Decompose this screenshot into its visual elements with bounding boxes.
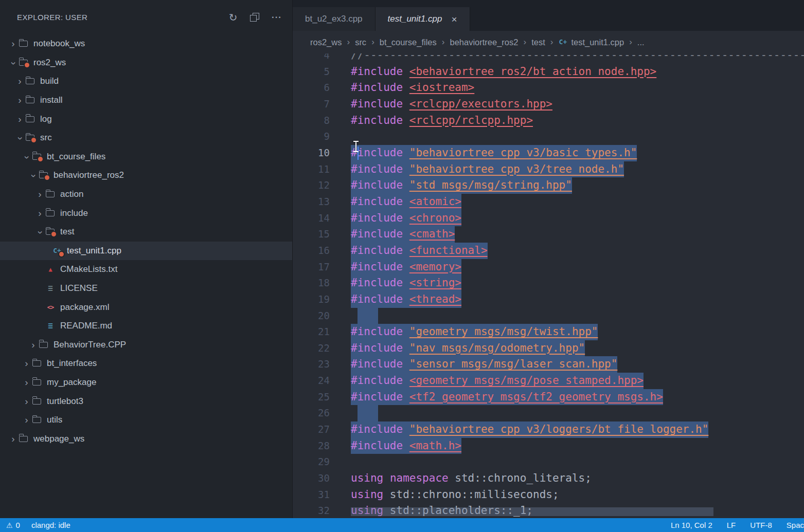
tree-item-label: src [40, 133, 52, 143]
code-line-5[interactable]: 5#include <behaviortree_ros2/bt_action_n… [293, 64, 804, 80]
indentation-indicator[interactable]: Spac [787, 521, 804, 529]
line-number: 11 [293, 161, 330, 178]
tab-label: test_unit1.cpp [388, 14, 442, 24]
horizontal-scrollbar[interactable] [351, 507, 713, 516]
breadcrumb-item-test[interactable]: test [531, 38, 545, 47]
code-line-12[interactable]: 12#include "std_msgs/msg/string.hpp" [293, 177, 804, 194]
breadcrumb-item-behaviortree_ros2[interactable]: behaviortree_ros2 [450, 38, 518, 47]
tree-item-behaviortree_ros2[interactable]: ›behaviortree_ros2 [0, 166, 292, 185]
tree-item-CMakeLists.txt[interactable]: ▲CMakeLists.txt [0, 260, 292, 279]
vscode-window: EXPLORER: USER ↻··· ›notebook_ws›ros2_ws… [0, 0, 804, 518]
code-line-29[interactable]: 29 [293, 454, 804, 470]
eol-indicator[interactable]: LF [727, 521, 736, 529]
code-line-31[interactable]: 31using std::chrono::milliseconds; [293, 487, 804, 503]
code-line-21[interactable]: 21#include "geometry_msgs/msg/twist.hpp" [293, 324, 804, 340]
problems-indicator[interactable]: ⚠0 [6, 521, 20, 529]
code-line-14[interactable]: 14#include <chrono> [293, 210, 804, 227]
breadcrumb-separator-icon: › [550, 37, 553, 47]
problems-indicator-label: 0 [16, 521, 20, 529]
selection-block [358, 405, 378, 421]
chevron-right-icon: › [21, 396, 32, 407]
folder-icon [26, 78, 34, 84]
chevron-right-icon: › [21, 377, 32, 388]
tree-item-LICENSE[interactable]: ≡LICENSE [0, 279, 292, 298]
breadcrumb-separator-icon: › [629, 37, 632, 47]
breadcrumb-separator-icon: › [523, 37, 526, 47]
line-number: 28 [293, 438, 330, 454]
tree-item-turtlebot3[interactable]: ›turtlebot3 [0, 392, 292, 411]
code-line-20[interactable]: 20 [293, 308, 804, 324]
close-icon[interactable]: × [451, 14, 457, 24]
clangd-status[interactable]: clangd: idle [31, 521, 70, 529]
code-line-28[interactable]: 28#include <math.h> [293, 438, 804, 454]
breadcrumb-separator-icon: › [442, 37, 445, 47]
breadcrumb-item-src[interactable]: src [355, 38, 366, 47]
code-line-26[interactable]: 26 [293, 405, 804, 421]
code-line-9[interactable]: 9 [293, 129, 804, 145]
code-line-13[interactable]: 13#include <atomic> [293, 194, 804, 210]
tree-item-bt_course_files[interactable]: ›bt_course_files [0, 148, 292, 167]
code-line-7[interactable]: 7#include <rclcpp/executors.hpp> [293, 96, 804, 113]
line-number: 5 [293, 64, 330, 80]
code-line-6[interactable]: 6#include <iostream> [293, 80, 804, 96]
code-line-19[interactable]: 19#include <thread> [293, 291, 804, 308]
code-line-8[interactable]: 8#include <rclcpp/rclcpp.hpp> [293, 113, 804, 129]
tree-item-README.md[interactable]: ≡README.md [0, 317, 292, 336]
status-bar-left: ⚠0clangd: idle [6, 521, 70, 529]
more-actions-icon[interactable]: ··· [272, 13, 282, 22]
breadcrumb-item-test_unit1.cpp[interactable]: C+test_unit1.cpp [558, 38, 624, 47]
code-line-27[interactable]: 27#include "behaviortree_cpp_v3/loggers/… [293, 421, 804, 438]
line-content: #include <string> [351, 275, 461, 291]
tree-item-build[interactable]: ›build [0, 72, 292, 91]
chevron-right-icon: › [34, 189, 46, 200]
tree-item-label: ros2_ws [33, 58, 66, 68]
tree-item-package.xml[interactable]: <>package.xml [0, 298, 292, 317]
tree-item-BehaviorTree.CPP[interactable]: ›BehaviorTree.CPP [0, 336, 292, 355]
code-line-24[interactable]: 24#include <geometry_msgs/msg/pose_stamp… [293, 373, 804, 389]
tree-item-my_package[interactable]: ›my_package [0, 373, 292, 392]
code-line-25[interactable]: 25#include <tf2_geometry_msgs/tf2_geomet… [293, 389, 804, 406]
collapse-folders-icon[interactable] [250, 13, 259, 22]
encoding-indicator[interactable]: UTF-8 [750, 521, 772, 529]
breadcrumb-separator-icon: › [371, 37, 374, 47]
breadcrumb-item-...[interactable]: ... [637, 38, 645, 47]
breadcrumb-item-bt_course_files[interactable]: bt_course_files [380, 38, 437, 47]
code-line-11[interactable]: 11#include "behaviortree_cpp_v3/tree_nod… [293, 161, 804, 178]
line-number: 14 [293, 210, 330, 227]
tree-item-action[interactable]: ›action [0, 185, 292, 204]
tree-item-label: log [40, 114, 52, 124]
tab-test_unit1.cpp[interactable]: test_unit1.cpp× [376, 7, 470, 31]
tree-item-ros2_ws[interactable]: ›ros2_ws [0, 53, 292, 72]
code-line-23[interactable]: 23#include "sensor_msgs/msg/laser_scan.h… [293, 356, 804, 373]
tree-item-log[interactable]: ›log [0, 109, 292, 129]
line-content: using namespace std::chrono_literals; [351, 470, 592, 487]
breadcrumb-item-ros2_ws[interactable]: ros2_ws [310, 38, 342, 47]
tree-item-install[interactable]: ›install [0, 91, 292, 110]
code-line-15[interactable]: 15#include <cmath> [293, 226, 804, 243]
chevron-down-icon: › [8, 57, 20, 69]
code-line-22[interactable]: 22#include "nav_msgs/msg/odometry.hpp" [293, 340, 804, 357]
code-line-10[interactable]: 10#include "behaviortree_cpp_v3/basic_ty… [293, 145, 804, 161]
tab-bt_u2_ex3.cpp[interactable]: bt_u2_ex3.cpp [293, 7, 376, 31]
code-line-17[interactable]: 17#include <memory> [293, 259, 804, 276]
code-line-16[interactable]: 16#include <functional> [293, 243, 804, 259]
refresh-icon[interactable]: ↻ [228, 12, 238, 23]
code-line-4[interactable]: 4//-------------------------------------… [293, 53, 804, 64]
tree-item-bt_interfaces[interactable]: ›bt_interfaces [0, 354, 292, 373]
code-editor[interactable]: 4//-------------------------------------… [293, 53, 804, 518]
folder-icon [39, 342, 48, 348]
line-content: #include <memory> [351, 259, 461, 276]
tree-item-test[interactable]: ›test [0, 223, 292, 242]
tree-item-notebook_ws[interactable]: ›notebook_ws [0, 34, 292, 53]
code-line-18[interactable]: 18#include <string> [293, 275, 804, 291]
code-line-30[interactable]: 30using namespace std::chrono_literals; [293, 470, 804, 487]
tree-item-webpage_ws[interactable]: ›webpage_ws [0, 429, 292, 448]
tree-item-utils[interactable]: ›utils [0, 411, 292, 430]
tree-item-test_unit1.cpp[interactable]: C+test_unit1.cpp [0, 242, 292, 261]
line-content: #include "behaviortree_cpp_v3/tree_node.… [351, 161, 624, 178]
tree-item-src[interactable]: ›src [0, 129, 292, 148]
breadcrumb-label: test_unit1.cpp [571, 38, 624, 47]
tree-item-include[interactable]: ›include [0, 204, 292, 223]
chevron-right-icon: › [7, 433, 19, 445]
cursor-position[interactable]: Ln 10, Col 2 [671, 521, 712, 529]
